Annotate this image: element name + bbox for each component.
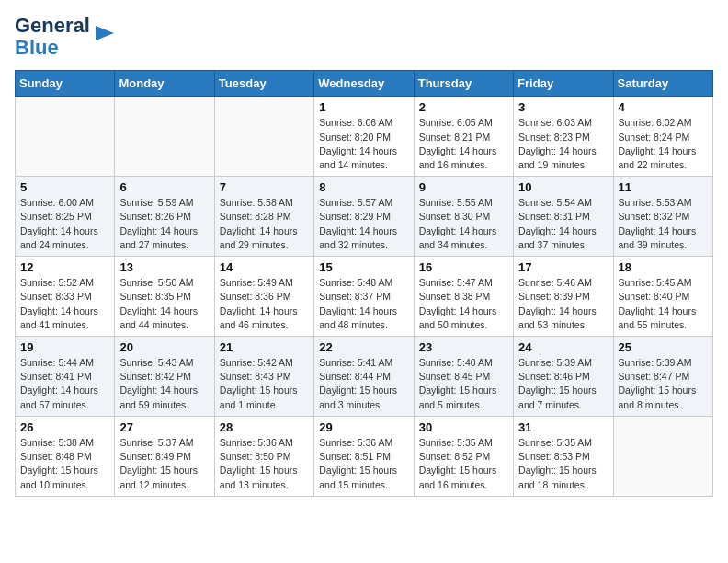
day-number: 17 xyxy=(518,260,608,274)
day-info: Sunrise: 5:39 AM Sunset: 8:46 PM Dayligh… xyxy=(518,356,608,412)
day-number: 18 xyxy=(619,260,708,274)
calendar-cell: 13Sunrise: 5:50 AM Sunset: 8:35 PM Dayli… xyxy=(115,257,214,337)
weekday-header-row: SundayMondayTuesdayWednesdayThursdayFrid… xyxy=(16,71,713,97)
weekday-friday: Friday xyxy=(514,71,613,97)
calendar-cell: 31Sunrise: 5:35 AM Sunset: 8:53 PM Dayli… xyxy=(514,416,613,496)
day-number: 16 xyxy=(419,260,508,274)
day-number: 9 xyxy=(419,180,508,194)
day-info: Sunrise: 5:53 AM Sunset: 8:32 PM Dayligh… xyxy=(619,196,708,252)
day-number: 4 xyxy=(619,100,708,114)
weekday-tuesday: Tuesday xyxy=(214,71,313,97)
calendar-cell xyxy=(16,97,115,177)
weekday-monday: Monday xyxy=(115,71,214,97)
day-info: Sunrise: 5:48 AM Sunset: 8:37 PM Dayligh… xyxy=(319,276,408,332)
day-info: Sunrise: 5:52 AM Sunset: 8:33 PM Dayligh… xyxy=(20,276,109,332)
day-number: 12 xyxy=(20,260,109,274)
day-info: Sunrise: 6:02 AM Sunset: 8:24 PM Dayligh… xyxy=(619,116,708,172)
day-number: 6 xyxy=(119,180,209,194)
day-info: Sunrise: 5:43 AM Sunset: 8:42 PM Dayligh… xyxy=(119,356,209,412)
day-info: Sunrise: 5:59 AM Sunset: 8:26 PM Dayligh… xyxy=(119,196,209,252)
calendar-cell xyxy=(214,97,313,177)
calendar-cell: 9Sunrise: 5:55 AM Sunset: 8:30 PM Daylig… xyxy=(414,177,513,257)
weekday-wednesday: Wednesday xyxy=(314,71,414,97)
calendar-cell: 7Sunrise: 5:58 AM Sunset: 8:28 PM Daylig… xyxy=(214,177,313,257)
calendar-cell: 20Sunrise: 5:43 AM Sunset: 8:42 PM Dayli… xyxy=(115,337,214,417)
day-number: 27 xyxy=(119,420,209,434)
day-info: Sunrise: 6:06 AM Sunset: 8:20 PM Dayligh… xyxy=(319,116,408,172)
calendar-cell: 1Sunrise: 6:06 AM Sunset: 8:20 PM Daylig… xyxy=(314,97,414,177)
day-info: Sunrise: 5:46 AM Sunset: 8:39 PM Dayligh… xyxy=(518,276,608,332)
day-number: 8 xyxy=(319,180,408,194)
calendar-cell: 26Sunrise: 5:38 AM Sunset: 8:48 PM Dayli… xyxy=(16,416,115,496)
day-number: 13 xyxy=(119,260,209,274)
day-info: Sunrise: 5:49 AM Sunset: 8:36 PM Dayligh… xyxy=(220,276,309,332)
svg-marker-0 xyxy=(96,26,114,40)
day-info: Sunrise: 5:35 AM Sunset: 8:53 PM Dayligh… xyxy=(518,436,608,492)
calendar-cell: 15Sunrise: 5:48 AM Sunset: 8:37 PM Dayli… xyxy=(314,257,414,337)
calendar-table: SundayMondayTuesdayWednesdayThursdayFrid… xyxy=(15,70,713,496)
calendar-cell: 8Sunrise: 5:57 AM Sunset: 8:29 PM Daylig… xyxy=(314,177,414,257)
calendar-cell: 28Sunrise: 5:36 AM Sunset: 8:50 PM Dayli… xyxy=(214,416,313,496)
calendar-cell: 22Sunrise: 5:41 AM Sunset: 8:44 PM Dayli… xyxy=(314,337,414,417)
week-row-1: 1Sunrise: 6:06 AM Sunset: 8:20 PM Daylig… xyxy=(16,97,713,177)
day-info: Sunrise: 5:35 AM Sunset: 8:52 PM Dayligh… xyxy=(419,436,508,492)
calendar-cell: 14Sunrise: 5:49 AM Sunset: 8:36 PM Dayli… xyxy=(214,257,313,337)
day-info: Sunrise: 5:47 AM Sunset: 8:38 PM Dayligh… xyxy=(419,276,508,332)
calendar-cell: 17Sunrise: 5:46 AM Sunset: 8:39 PM Dayli… xyxy=(514,257,613,337)
week-row-3: 12Sunrise: 5:52 AM Sunset: 8:33 PM Dayli… xyxy=(16,257,713,337)
weekday-saturday: Saturday xyxy=(613,71,712,97)
day-number: 20 xyxy=(119,340,209,354)
calendar-cell: 6Sunrise: 5:59 AM Sunset: 8:26 PM Daylig… xyxy=(115,177,214,257)
day-info: Sunrise: 5:57 AM Sunset: 8:29 PM Dayligh… xyxy=(319,196,408,252)
logo-text: General Blue xyxy=(15,15,90,59)
day-info: Sunrise: 5:55 AM Sunset: 8:30 PM Dayligh… xyxy=(419,196,508,252)
day-number: 5 xyxy=(20,180,109,194)
day-number: 29 xyxy=(319,420,408,434)
calendar-cell: 19Sunrise: 5:44 AM Sunset: 8:41 PM Dayli… xyxy=(16,337,115,417)
calendar-cell: 3Sunrise: 6:03 AM Sunset: 8:23 PM Daylig… xyxy=(514,97,613,177)
day-number: 26 xyxy=(20,420,109,434)
calendar-cell: 4Sunrise: 6:02 AM Sunset: 8:24 PM Daylig… xyxy=(613,97,712,177)
day-info: Sunrise: 5:50 AM Sunset: 8:35 PM Dayligh… xyxy=(119,276,209,332)
week-row-2: 5Sunrise: 6:00 AM Sunset: 8:25 PM Daylig… xyxy=(16,177,713,257)
day-number: 11 xyxy=(619,180,708,194)
calendar-cell: 27Sunrise: 5:37 AM Sunset: 8:49 PM Dayli… xyxy=(115,416,214,496)
day-number: 7 xyxy=(220,180,309,194)
logo-arrow-icon xyxy=(92,20,118,46)
calendar-cell xyxy=(115,97,214,177)
day-number: 22 xyxy=(319,340,408,354)
day-info: Sunrise: 5:54 AM Sunset: 8:31 PM Dayligh… xyxy=(518,196,608,252)
calendar-cell: 30Sunrise: 5:35 AM Sunset: 8:52 PM Dayli… xyxy=(414,416,513,496)
day-number: 23 xyxy=(419,340,508,354)
calendar-cell: 2Sunrise: 6:05 AM Sunset: 8:21 PM Daylig… xyxy=(414,97,513,177)
day-info: Sunrise: 5:37 AM Sunset: 8:49 PM Dayligh… xyxy=(119,436,209,492)
calendar-cell: 21Sunrise: 5:42 AM Sunset: 8:43 PM Dayli… xyxy=(214,337,313,417)
logo: General Blue xyxy=(15,15,118,59)
calendar-cell: 23Sunrise: 5:40 AM Sunset: 8:45 PM Dayli… xyxy=(414,337,513,417)
day-number: 2 xyxy=(419,100,508,114)
calendar-cell xyxy=(613,416,712,496)
calendar-cell: 5Sunrise: 6:00 AM Sunset: 8:25 PM Daylig… xyxy=(16,177,115,257)
week-row-4: 19Sunrise: 5:44 AM Sunset: 8:41 PM Dayli… xyxy=(16,337,713,417)
day-number: 14 xyxy=(220,260,309,274)
calendar-cell: 10Sunrise: 5:54 AM Sunset: 8:31 PM Dayli… xyxy=(514,177,613,257)
day-number: 28 xyxy=(220,420,309,434)
day-info: Sunrise: 5:42 AM Sunset: 8:43 PM Dayligh… xyxy=(220,356,309,412)
day-info: Sunrise: 5:36 AM Sunset: 8:50 PM Dayligh… xyxy=(220,436,309,492)
calendar-cell: 12Sunrise: 5:52 AM Sunset: 8:33 PM Dayli… xyxy=(16,257,115,337)
calendar-cell: 18Sunrise: 5:45 AM Sunset: 8:40 PM Dayli… xyxy=(613,257,712,337)
calendar-cell: 11Sunrise: 5:53 AM Sunset: 8:32 PM Dayli… xyxy=(613,177,712,257)
day-info: Sunrise: 5:58 AM Sunset: 8:28 PM Dayligh… xyxy=(220,196,309,252)
day-info: Sunrise: 5:39 AM Sunset: 8:47 PM Dayligh… xyxy=(619,356,708,412)
weekday-sunday: Sunday xyxy=(16,71,115,97)
day-info: Sunrise: 6:03 AM Sunset: 8:23 PM Dayligh… xyxy=(518,116,608,172)
calendar-cell: 24Sunrise: 5:39 AM Sunset: 8:46 PM Dayli… xyxy=(514,337,613,417)
day-number: 1 xyxy=(319,100,408,114)
day-info: Sunrise: 5:45 AM Sunset: 8:40 PM Dayligh… xyxy=(619,276,708,332)
day-number: 25 xyxy=(619,340,708,354)
calendar-cell: 29Sunrise: 5:36 AM Sunset: 8:51 PM Dayli… xyxy=(314,416,414,496)
day-number: 30 xyxy=(419,420,508,434)
calendar-cell: 25Sunrise: 5:39 AM Sunset: 8:47 PM Dayli… xyxy=(613,337,712,417)
weekday-thursday: Thursday xyxy=(414,71,513,97)
day-number: 19 xyxy=(20,340,109,354)
